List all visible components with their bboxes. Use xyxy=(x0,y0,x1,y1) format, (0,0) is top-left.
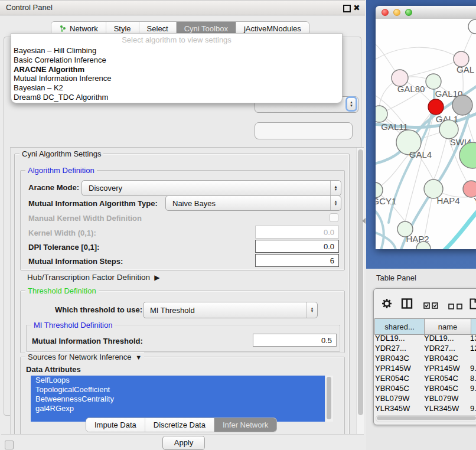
attribute-item[interactable]: BetweennessCentrality xyxy=(31,394,333,404)
network-edge-highlighted[interactable] xyxy=(376,208,384,249)
expand-down-icon: ▼ xyxy=(133,354,142,361)
table-row[interactable]: YIL052CYIL052C9 xyxy=(374,413,476,414)
node-label: Y xyxy=(474,195,476,206)
group-title: Cyni Algorithm Settings xyxy=(19,149,103,158)
tab-discretize-data[interactable]: Discretize Data xyxy=(145,418,214,432)
table-row[interactable]: YDR27...YDR27...12 xyxy=(374,343,476,353)
table-row[interactable]: YER054CYER054C8. xyxy=(374,373,476,383)
node-label: GAL4 xyxy=(409,149,432,159)
window-bottom-edge xyxy=(1,434,364,435)
vertical-scrollbar[interactable] xyxy=(356,148,364,435)
table-row[interactable]: YBR045CYBR045C9. xyxy=(374,383,476,393)
column-header-1[interactable]: shared... xyxy=(375,319,425,335)
network-window-titlebar[interactable] xyxy=(376,6,476,19)
algorithm-popup: Select algorithm to view settings Bayesi… xyxy=(11,33,343,103)
desktop-background: GALGAL80GAL10GAL1SWI4GAL11GAL4GCY1HAP4YH… xyxy=(366,0,476,269)
data-attributes-label: Data Attributes xyxy=(26,365,81,374)
table-horizontal-scrollbar[interactable] xyxy=(376,415,476,422)
algorithm-placeholder: Select algorithm to view settings xyxy=(11,34,342,46)
network-node-gal1[interactable] xyxy=(428,99,444,115)
mi-algorithm-type-label: Mutual Information Algorithm Type: xyxy=(28,199,158,208)
settings-scroll-area: Cyni Algorithm Settings Algorithm Defini… xyxy=(10,147,364,435)
network-icon xyxy=(59,25,67,32)
table-row[interactable]: YDL19...YDL19...13 xyxy=(374,333,476,343)
network-canvas[interactable]: GALGAL80GAL10GAL1SWI4GAL11GAL4GCY1HAP4YH… xyxy=(376,19,476,249)
network-node-gal10[interactable] xyxy=(426,74,441,89)
data-attributes-list[interactable]: SelfLoopsTopologicalCoefficientBetweenne… xyxy=(31,376,333,422)
attribute-item[interactable]: SelfLoops xyxy=(31,376,333,385)
mi-steps-label: Mutual Information Steps: xyxy=(28,257,123,266)
unchecked-pair-icon[interactable] xyxy=(448,301,464,312)
group-title: Threshold Definition xyxy=(25,286,99,295)
table-row[interactable]: YBL079WYBL079W xyxy=(374,393,476,403)
algorithm-option[interactable]: Basic Correlation Inference xyxy=(11,56,342,65)
list-scrollbar[interactable] xyxy=(325,376,333,422)
tab-infer-network[interactable]: Infer Network xyxy=(214,418,276,432)
network-edge-highlighted[interactable] xyxy=(376,231,396,249)
checked-pair-icon[interactable] xyxy=(423,301,439,311)
sources-group-title[interactable]: Sources for Network Inference ▼ xyxy=(25,353,144,361)
network-node-swi4[interactable] xyxy=(439,120,458,139)
group-title: MI Threshold Definition xyxy=(31,321,115,330)
algorithm-option[interactable]: Dream8 DC_TDC Algorithm xyxy=(11,93,342,102)
node-label: GAL xyxy=(457,64,474,74)
network-edge-highlighted[interactable] xyxy=(442,209,476,249)
hub-definition-expander[interactable]: Hub/Transcription Factor Definition ▶ xyxy=(27,273,159,282)
apply-button[interactable]: Apply xyxy=(162,436,205,450)
network-name-field[interactable] xyxy=(255,122,353,139)
table-row[interactable]: YLR345WYLR345W9. xyxy=(374,403,476,413)
kernel-width-label: Kernel Width (0,1): xyxy=(28,229,96,237)
cyni-bottom-tabs: Impute DataDiscretize DataInfer Network xyxy=(86,418,277,432)
document-icon[interactable] xyxy=(470,298,476,312)
mi-algorithm-type-select[interactable]: Naive Bayes ▲▼ xyxy=(165,195,341,211)
group-title: Algorithm Definition xyxy=(25,166,97,175)
splitter-collapse-icon[interactable] xyxy=(362,218,366,224)
which-threshold-select[interactable]: MI Threshold ▲▼ xyxy=(143,302,318,318)
mi-steps-field[interactable]: 6 xyxy=(255,254,339,267)
collapsed-panel-icon[interactable] xyxy=(5,441,14,449)
float-window-icon[interactable] xyxy=(343,5,351,12)
which-threshold-label: Which threshold to use: xyxy=(55,305,142,314)
algorithm-option[interactable]: Bayesian – K2 xyxy=(11,83,342,93)
close-icon[interactable]: ✖ xyxy=(353,2,360,14)
aracne-mode-select[interactable]: Discovery ▲▼ xyxy=(81,180,341,196)
algorithm-option[interactable]: Mutual Information Inference xyxy=(11,74,342,83)
network-node[interactable] xyxy=(452,95,472,115)
table-subwindow: shared...nameA YDL19...YDL19...13YDR27..… xyxy=(373,288,476,425)
algorithm-option[interactable]: Bayesian – Hill Climbing xyxy=(11,46,342,56)
column-header-3[interactable]: A xyxy=(471,319,476,335)
network-node-y[interactable] xyxy=(463,181,476,197)
dpi-tolerance-label: DPI Tolerance [0,1]: xyxy=(28,243,99,252)
tab-impute-data[interactable]: Impute Data xyxy=(86,418,145,432)
network-window[interactable]: GALGAL80GAL10GAL1SWI4GAL11GAL4GCY1HAP4YH… xyxy=(376,6,476,249)
algorithm-option[interactable]: ARACNE Algorithm xyxy=(11,65,342,74)
table-rows: YDL19...YDL19...13YDR27...YDR27...12YBR0… xyxy=(374,333,476,414)
combobox-stepper-icon: ▲▼ xyxy=(330,196,341,210)
network-node[interactable] xyxy=(468,19,476,34)
minimize-traffic-icon[interactable] xyxy=(393,9,400,16)
attribute-item[interactable]: TopologicalCoefficient xyxy=(31,385,333,394)
column-header-2[interactable]: name xyxy=(425,319,471,335)
table-row[interactable]: YBR043CYBR043C xyxy=(374,353,476,363)
network-edge[interactable] xyxy=(376,47,461,61)
combobox-stepper-icon[interactable]: ▲▼ xyxy=(347,98,356,110)
dpi-tolerance-field[interactable]: 0.0 xyxy=(255,240,339,253)
table-panel-title: Table Panel xyxy=(376,273,416,282)
mi-threshold-label: Mutual Information Threshold: xyxy=(32,337,143,345)
control-panel-title: Control Panel xyxy=(6,1,53,15)
close-traffic-icon[interactable] xyxy=(382,9,389,16)
zoom-traffic-icon[interactable] xyxy=(405,9,412,16)
manual-kernel-width-label: Manual Kernel Width Definition xyxy=(28,214,142,223)
mi-threshold-field[interactable]: 0.5 xyxy=(253,334,337,347)
table-row[interactable]: YPR145WYPR145W9. xyxy=(374,363,476,373)
network-node-gal11[interactable] xyxy=(376,106,387,122)
attribute-item[interactable]: gal4RGexp xyxy=(31,404,333,413)
node-label: GAL11 xyxy=(381,122,408,132)
manual-kernel-width-checkbox[interactable] xyxy=(330,213,338,222)
node-label: HAP4 xyxy=(436,195,459,206)
columns-icon[interactable] xyxy=(401,298,413,311)
node-attribute-table: shared...nameA xyxy=(374,318,476,335)
node-label: GCY1 xyxy=(376,196,396,206)
kernel-width-field[interactable]: 0.0 xyxy=(255,226,339,239)
gear-icon[interactable] xyxy=(382,298,392,311)
